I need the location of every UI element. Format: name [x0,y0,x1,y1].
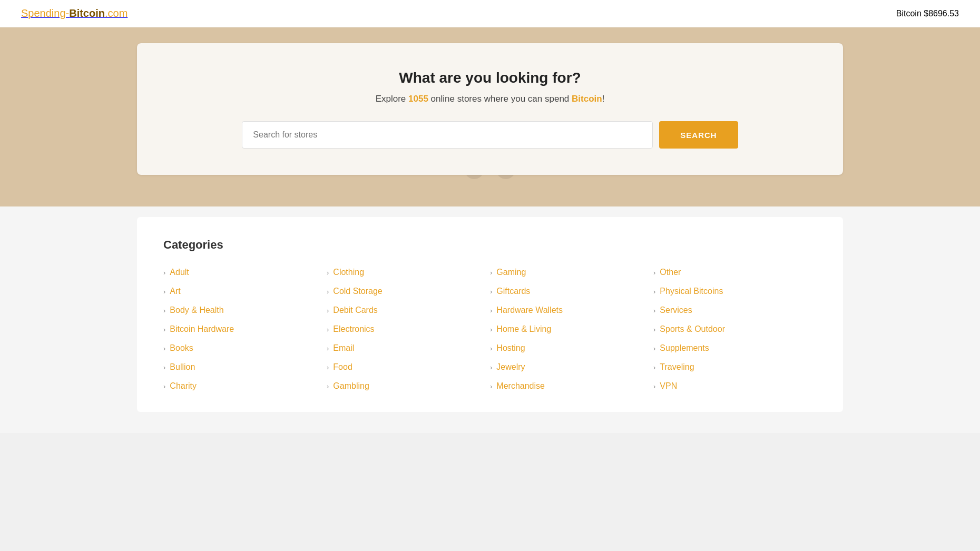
category-item[interactable]: ›Email [327,343,490,353]
chevron-right-icon: › [163,326,165,333]
chevron-right-icon: › [327,326,329,333]
chevron-right-icon: › [327,345,329,352]
chevron-right-icon: › [490,269,492,276]
category-item[interactable]: ›Home & Living [490,324,653,334]
store-count: 1055 [408,94,428,104]
category-label: Gambling [333,381,369,391]
category-label: Traveling [660,362,694,372]
chevron-right-icon: › [653,288,655,295]
category-label: Body & Health [170,306,223,315]
bitcoin-word: Bitcoin [572,94,602,104]
chevron-right-icon: › [653,383,655,390]
chevron-right-icon: › [653,269,655,276]
chevron-right-icon: › [163,288,165,295]
chevron-right-icon: › [490,345,492,352]
logo-tld: .com [105,7,128,19]
categories-heading: Categories [163,238,817,252]
chevron-right-icon: › [327,307,329,314]
category-label: Jewelry [496,362,525,372]
category-label: Bullion [170,362,195,372]
category-column-0: ›Adult›Art›Body & Health›Bitcoin Hardwar… [163,268,327,391]
category-item[interactable]: ›Physical Bitcoins [653,287,817,296]
logo-bitcoin-word: Bitcoin [69,7,105,19]
chevron-right-icon: › [163,269,165,276]
hero-subtitle: Explore 1055 online stores where you can… [169,94,811,104]
category-item[interactable]: ›Sports & Outdoor [653,324,817,334]
category-label: Clothing [333,268,364,277]
category-label: Giftcards [496,287,530,296]
category-label: Books [170,343,193,353]
subtitle-prefix: Explore [376,94,408,104]
category-label: VPN [660,381,677,391]
category-label: Gaming [496,268,526,277]
category-column-3: ›Other›Physical Bitcoins›Services›Sports… [653,268,817,391]
category-item[interactable]: ›Debit Cards [327,306,490,315]
category-item[interactable]: ›Gaming [490,268,653,277]
chevron-right-icon: › [327,288,329,295]
category-label: Physical Bitcoins [660,287,723,296]
btc-price-value: $8696.53 [924,9,959,18]
chevron-right-icon: › [163,364,165,371]
subtitle-suffix: ! [602,94,605,104]
category-item[interactable]: ›Bitcoin Hardware [163,324,327,334]
search-button[interactable]: SEARCH [659,121,738,149]
bitcoin-price: Bitcoin $8696.53 [896,9,959,18]
category-item[interactable]: ›Bullion [163,362,327,372]
category-label: Electronics [333,324,374,334]
chevron-right-icon: › [163,345,165,352]
chevron-right-icon: › [163,383,165,390]
category-label: Cold Storage [333,287,382,296]
category-item[interactable]: ›Hosting [490,343,653,353]
category-item[interactable]: ›Art [163,287,327,296]
site-logo[interactable]: Spending-Bitcoin.com [21,7,128,19]
category-item[interactable]: ›Jewelry [490,362,653,372]
category-label: Charity [170,381,197,391]
categories-section: Categories ›Adult›Art›Body & Health›Bitc… [0,206,980,433]
category-item[interactable]: ›Electronics [327,324,490,334]
category-item[interactable]: ›Charity [163,381,327,391]
chevron-right-icon: › [653,345,655,352]
category-label: Debit Cards [333,306,377,315]
category-label: Hosting [496,343,525,353]
categories-grid: ›Adult›Art›Body & Health›Bitcoin Hardwar… [163,268,817,391]
categories-card: Categories ›Adult›Art›Body & Health›Bitc… [137,217,843,412]
category-column-1: ›Clothing›Cold Storage›Debit Cards›Elect… [327,268,490,391]
category-item[interactable]: ›Other [653,268,817,277]
logo-text-prefix: Spending- [21,7,69,19]
category-label: Merchandise [496,381,545,391]
category-label: Art [170,287,180,296]
category-label: Food [333,362,352,372]
category-item[interactable]: ›Traveling [653,362,817,372]
category-item[interactable]: ›Merchandise [490,381,653,391]
category-item[interactable]: ›Services [653,306,817,315]
chevron-right-icon: › [490,307,492,314]
site-header: Spending-Bitcoin.com Bitcoin $8696.53 [0,0,980,27]
category-item[interactable]: ›Clothing [327,268,490,277]
chevron-right-icon: › [327,364,329,371]
category-item[interactable]: ›Food [327,362,490,372]
category-label: Sports & Outdoor [660,324,725,334]
search-row: SEARCH [169,121,811,149]
category-item[interactable]: ›Body & Health [163,306,327,315]
category-item[interactable]: ›Hardware Wallets [490,306,653,315]
category-item[interactable]: ›Books [163,343,327,353]
chevron-right-icon: › [653,364,655,371]
hero-section: ₿ What are you looking for? Explore 1055… [0,27,980,206]
category-item[interactable]: ›Adult [163,268,327,277]
category-label: Adult [170,268,189,277]
category-item[interactable]: ›Cold Storage [327,287,490,296]
hero-heading: What are you looking for? [169,70,811,86]
category-item[interactable]: ›Supplements [653,343,817,353]
subtitle-middle: online stores where you can spend [428,94,572,104]
category-item[interactable]: ›Giftcards [490,287,653,296]
category-label: Email [333,343,354,353]
chevron-right-icon: › [490,326,492,333]
btc-label: Bitcoin [896,9,922,18]
chevron-right-icon: › [653,307,655,314]
chevron-right-icon: › [163,307,165,314]
search-input[interactable] [242,121,653,149]
chevron-right-icon: › [490,364,492,371]
category-item[interactable]: ›VPN [653,381,817,391]
category-label: Bitcoin Hardware [170,324,234,334]
category-item[interactable]: ›Gambling [327,381,490,391]
